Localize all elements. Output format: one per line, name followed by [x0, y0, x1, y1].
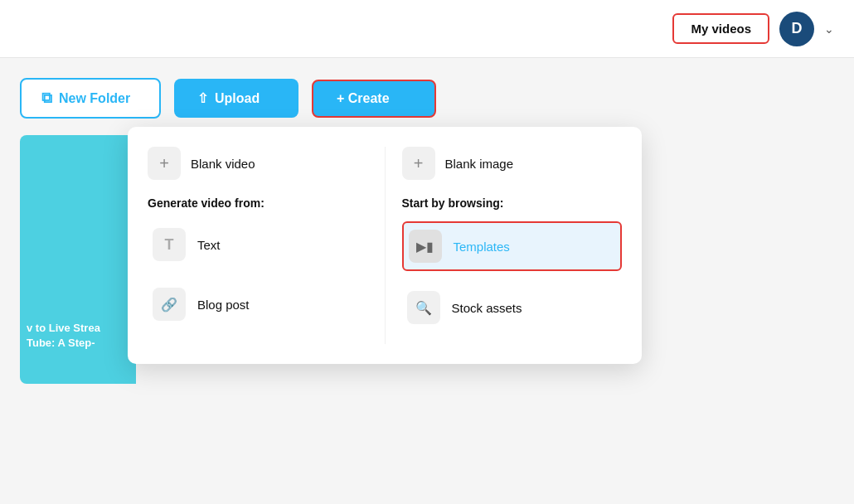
blog-post-icon-box: 🔗 — [153, 288, 186, 321]
text-icon: T — [165, 236, 174, 254]
folder-icon: ⧉ — [41, 90, 52, 107]
main-area: ⧉ New Folder ⇧ Upload + Create v to Live… — [0, 58, 854, 384]
plus-icon-2: + — [414, 154, 424, 173]
left-panel-text: v to Live Strea Tube: A Step- — [27, 321, 100, 351]
dropdown-columns: + Blank video Generate video from: T Tex… — [148, 147, 622, 344]
content-area: v to Live Strea Tube: A Step- + Blank vi… — [20, 135, 834, 384]
stock-assets-label: Stock assets — [452, 301, 522, 315]
templates-icon-box: ▶▮ — [409, 230, 442, 263]
my-videos-button[interactable]: My videos — [672, 13, 769, 44]
upload-button[interactable]: ⇧ Upload — [174, 79, 298, 118]
create-label: + Create — [337, 91, 390, 106]
blank-video-label: Blank video — [191, 157, 255, 171]
header: My videos D ⌄ — [0, 0, 854, 58]
text-icon-box: T — [153, 228, 186, 261]
text-item[interactable]: T Text — [148, 221, 368, 268]
blank-image-icon-box: + — [402, 147, 435, 180]
toolbar: ⧉ New Folder ⇧ Upload + Create — [20, 78, 834, 119]
upload-label: Upload — [215, 91, 260, 106]
blank-image-item[interactable]: + Blank image — [402, 147, 623, 180]
upload-icon: ⇧ — [197, 90, 208, 106]
generate-section-title: Generate video from: — [148, 196, 368, 210]
search-icon: 🔍 — [415, 300, 432, 316]
templates-label: Templates — [454, 240, 510, 254]
avatar[interactable]: D — [779, 12, 814, 46]
left-panel-line2: Tube: A Step- — [27, 336, 100, 351]
blank-video-icon-box: + — [148, 147, 181, 180]
blank-image-label: Blank image — [445, 157, 514, 171]
blog-post-label: Blog post — [197, 298, 250, 312]
dropdown-right-col: + Blank image Start by browsing: ▶▮ Temp… — [385, 147, 623, 344]
new-folder-button[interactable]: ⧉ New Folder — [20, 78, 161, 119]
left-panel: v to Live Strea Tube: A Step- — [20, 135, 136, 384]
link-icon: 🔗 — [161, 297, 177, 313]
plus-icon: + — [159, 154, 169, 173]
templates-icon: ▶▮ — [416, 239, 434, 254]
stock-assets-item[interactable]: 🔍 Stock assets — [402, 284, 623, 331]
dropdown-left-col: + Blank video Generate video from: T Tex… — [148, 147, 385, 344]
text-label: Text — [197, 238, 221, 252]
templates-item[interactable]: ▶▮ Templates — [402, 221, 623, 271]
blank-video-item[interactable]: + Blank video — [148, 147, 368, 180]
chevron-down-icon[interactable]: ⌄ — [824, 22, 834, 36]
create-button[interactable]: + Create — [312, 80, 436, 118]
blog-post-item[interactable]: 🔗 Blog post — [148, 281, 368, 327]
left-panel-line1: v to Live Strea — [27, 321, 100, 336]
header-right: My videos D ⌄ — [672, 12, 834, 46]
new-folder-label: New Folder — [59, 91, 130, 106]
stock-assets-icon-box: 🔍 — [407, 291, 440, 324]
browse-section-title: Start by browsing: — [402, 196, 623, 210]
create-dropdown-menu: + Blank video Generate video from: T Tex… — [128, 127, 642, 364]
